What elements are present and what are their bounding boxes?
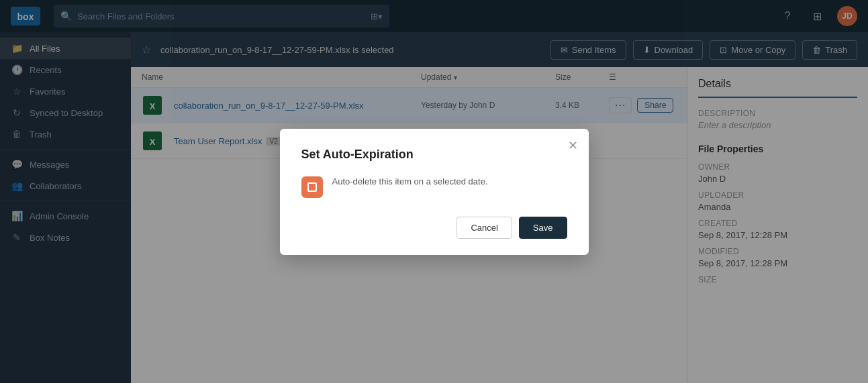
modal-overlay[interactable]: ✕ Set Auto-Expiration Auto-delete this i… bbox=[0, 0, 868, 383]
modal-title: Set Auto-Expiration bbox=[301, 148, 567, 162]
auto-expiration-modal: ✕ Set Auto-Expiration Auto-delete this i… bbox=[280, 129, 589, 255]
modal-body: Auto-delete this item on a selected date… bbox=[301, 175, 567, 198]
modal-footer: Cancel Save bbox=[301, 217, 567, 239]
modal-description: Auto-delete this item on a selected date… bbox=[332, 175, 488, 188]
modal-close-button[interactable]: ✕ bbox=[568, 138, 578, 153]
auto-delete-icon bbox=[301, 176, 323, 198]
save-button[interactable]: Save bbox=[519, 217, 567, 239]
cancel-button[interactable]: Cancel bbox=[456, 217, 512, 239]
checkbox-inner bbox=[307, 182, 317, 192]
